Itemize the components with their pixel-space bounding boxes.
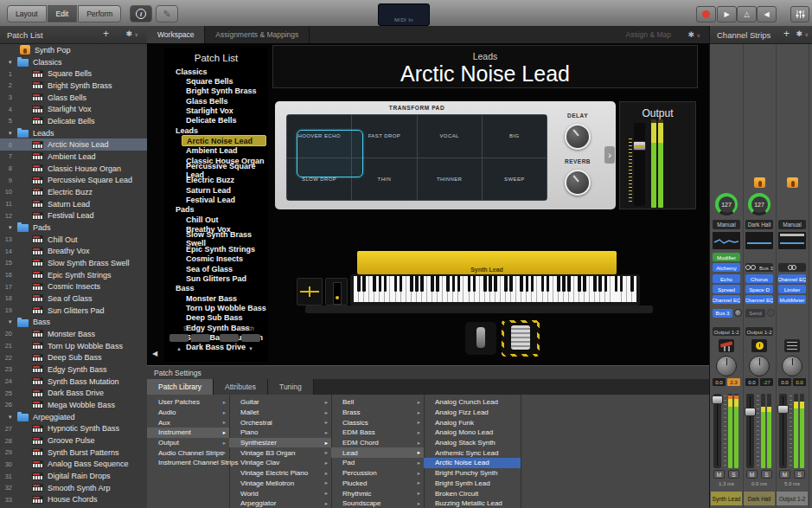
- solo-button[interactable]: S: [794, 470, 805, 479]
- black-key[interactable]: [604, 276, 608, 292]
- patch-row[interactable]: 31Digital Rain Drops: [0, 470, 147, 482]
- browser-item[interactable]: Arctic Noise Lead: [424, 458, 521, 468]
- browser-item[interactable]: Vintage B3 Organ▸: [229, 447, 331, 458]
- black-key[interactable]: [457, 276, 461, 292]
- pan-knob[interactable]: [749, 356, 770, 376]
- black-key[interactable]: [504, 276, 508, 292]
- patch-row[interactable]: 5Delicate Bells: [0, 115, 147, 127]
- patch-row[interactable]: 23Edgy Synth Bass: [0, 363, 147, 376]
- pan-knob[interactable]: [782, 356, 802, 376]
- browser-item[interactable]: Anthemic Sync Lead: [424, 447, 521, 458]
- workspace-patch-item[interactable]: Ambient Lead: [164, 146, 268, 156]
- black-key[interactable]: [531, 276, 534, 292]
- solo-button[interactable]: S: [728, 470, 739, 479]
- browser-item[interactable]: Synthesizer▸: [229, 438, 331, 448]
- black-key[interactable]: [446, 276, 450, 292]
- transform-cell[interactable]: SWEEP: [483, 158, 547, 201]
- tab-attributes[interactable]: Attributes: [214, 379, 268, 395]
- patch-row[interactable]: 30Analog Bass Sequence: [0, 459, 147, 471]
- patch-row[interactable]: 16Epic Synth Strings: [0, 269, 147, 281]
- fader-handle[interactable]: [777, 405, 789, 414]
- audio-fx-slot[interactable]: Space D: [745, 285, 773, 293]
- folder-row[interactable]: ▾Pads: [0, 222, 147, 234]
- browser-item[interactable]: Orchestral▸: [229, 417, 331, 428]
- reverb-knob[interactable]: [565, 170, 591, 196]
- browser-item[interactable]: Lead▸: [331, 447, 424, 458]
- channel-strip-synth-lead[interactable]: 127 Manual Modifier Alchemy Echo Spread …: [711, 44, 744, 508]
- scroll-left-icon[interactable]: ◀: [152, 350, 157, 357]
- browser-item[interactable]: Analog Mono Lead: [424, 428, 521, 438]
- patch-display-button[interactable]: [241, 334, 260, 342]
- black-key[interactable]: [598, 276, 602, 292]
- setting-menu[interactable]: Manual: [713, 220, 740, 229]
- patch-row[interactable]: 22Deep Sub Bass: [0, 351, 147, 363]
- send-level-knob[interactable]: [734, 309, 742, 317]
- disclosure-triangle-icon[interactable]: ▾: [9, 224, 17, 231]
- browser-item[interactable]: Percussion▸: [331, 468, 424, 479]
- tab-assignments-mappings[interactable]: Assignments & Mappings: [205, 26, 310, 43]
- patch-row[interactable]: 29Synth Burst Patterns: [0, 447, 147, 459]
- black-key[interactable]: [436, 276, 439, 292]
- output-fader-track[interactable]: [634, 123, 645, 206]
- browser-item[interactable]: Vintage Clav▸: [229, 458, 331, 468]
- audio-fx-slot[interactable]: Channel EQ: [713, 295, 740, 304]
- piano-keys[interactable]: [354, 276, 636, 302]
- fader-track[interactable]: [746, 394, 754, 468]
- black-key[interactable]: [509, 276, 513, 292]
- black-key[interactable]: [520, 276, 523, 292]
- setting-menu[interactable]: Manual: [778, 220, 806, 229]
- audio-fx-slot[interactable]: Echo: [713, 274, 740, 283]
- black-key[interactable]: [489, 276, 492, 292]
- patch-display-button[interactable]: [220, 334, 239, 342]
- patch-row[interactable]: 3Glass Bells: [0, 92, 147, 104]
- patch-row[interactable]: 19Sun Glitters Pad: [0, 305, 147, 317]
- disclosure-triangle-icon[interactable]: ▾: [9, 414, 17, 421]
- folder-row[interactable]: ▾Bass: [0, 316, 147, 328]
- patch-row[interactable]: 27Hypnotic Synth Bass: [0, 423, 147, 435]
- layout-mode-button[interactable]: Layout: [7, 5, 47, 23]
- concert-row[interactable]: Synth Pop: [0, 44, 147, 56]
- workspace-patch-item[interactable]: Square Bells: [164, 76, 268, 86]
- perform-mode-button[interactable]: Perform: [78, 5, 121, 23]
- instrument-slot[interactable]: Alchemy: [713, 263, 740, 272]
- sustain-pedal[interactable]: [465, 322, 496, 355]
- tab-patch-library[interactable]: Patch Library: [147, 379, 214, 395]
- browser-item[interactable]: Bright Synth Lead: [424, 479, 521, 489]
- browser-item[interactable]: Analog Funk: [424, 417, 521, 428]
- channel-strips-action-menu[interactable]: ✱ ∨: [796, 29, 809, 38]
- output-slot[interactable]: Output 1-2: [745, 327, 773, 336]
- workspace-patch-item[interactable]: Chill Out: [164, 215, 268, 224]
- browser-item[interactable]: Analog Stack Synth: [424, 438, 521, 448]
- black-key[interactable]: [557, 276, 560, 292]
- keyboard-layer-strip[interactable]: Synth Lead: [357, 251, 617, 274]
- browser-item[interactable]: Piano▸: [229, 428, 331, 438]
- patch-row[interactable]: 21Torn Up Wobble Bass: [0, 340, 147, 352]
- browser-item[interactable]: Instrument▸: [147, 428, 229, 438]
- patch-row[interactable]: 25Dark Bass Drive: [0, 387, 147, 399]
- fader-track[interactable]: [713, 394, 721, 468]
- set-up-button[interactable]: ▲: [169, 346, 189, 351]
- black-key[interactable]: [547, 276, 550, 292]
- eq-thumbnail[interactable]: [778, 232, 806, 249]
- add-channel-strip-button[interactable]: +: [783, 28, 790, 40]
- browser-item[interactable]: Audio Channel Strips▸: [147, 447, 229, 458]
- black-key[interactable]: [615, 276, 618, 292]
- workspace-patch-item[interactable]: Arctic Noise Lead: [182, 135, 266, 145]
- browser-item[interactable]: Output▸: [147, 438, 229, 448]
- black-key[interactable]: [379, 276, 382, 292]
- mute-button[interactable]: M: [713, 470, 725, 479]
- patch-row[interactable]: 11Saturn Lead: [0, 198, 147, 210]
- tab-tuning[interactable]: Tuning: [268, 379, 314, 395]
- output-fader-handle[interactable]: [633, 141, 646, 151]
- workspace-patch-item[interactable]: Festival Lead: [164, 195, 268, 204]
- input-slot[interactable]: Bus 3: [745, 263, 773, 272]
- black-key[interactable]: [567, 276, 571, 292]
- browser-item[interactable]: User Patches▸: [147, 397, 229, 408]
- transform-cell[interactable]: BIG: [483, 115, 547, 158]
- output-slot[interactable]: Output 1-2: [713, 327, 740, 336]
- strip-name[interactable]: Synth Lead: [711, 492, 742, 505]
- audio-fx-slot[interactable]: MultiMeter: [778, 295, 806, 304]
- send-level-knob[interactable]: [767, 309, 775, 317]
- audio-fx-slot[interactable]: Chorus: [745, 274, 773, 283]
- midi-fx-slot[interactable]: Modifier: [713, 253, 740, 261]
